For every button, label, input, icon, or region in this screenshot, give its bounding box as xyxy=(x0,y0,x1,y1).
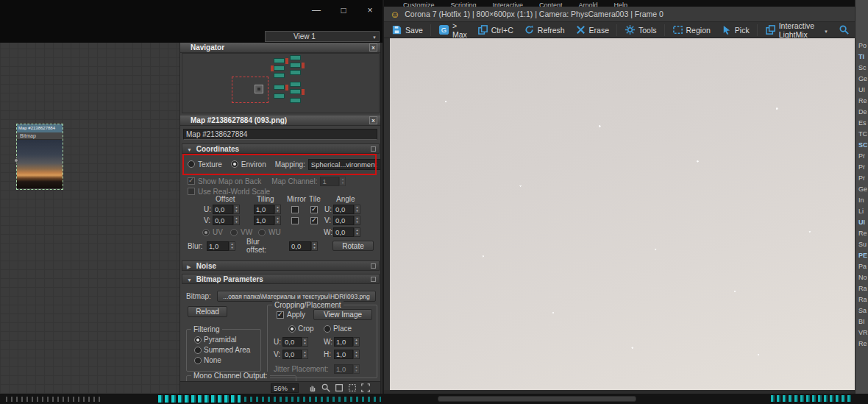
rollout-label[interactable]: In xyxy=(858,195,868,206)
v-mirror-checkbox[interactable] xyxy=(291,217,299,224)
rollout-label[interactable]: Pr xyxy=(858,151,868,162)
rollout-label[interactable]: Sa xyxy=(858,305,868,316)
navigator-minimap[interactable] xyxy=(182,53,380,113)
blur-spinner[interactable]: 1,0▲▼ xyxy=(207,241,235,251)
tools-button[interactable]: Tools xyxy=(620,23,661,38)
vw-radio[interactable] xyxy=(230,229,238,236)
spinner-arrows-icon[interactable]: ▲▼ xyxy=(233,216,240,225)
crop-h-spinner[interactable]: 1,0▲▼ xyxy=(334,350,360,359)
minimize-icon[interactable]: — xyxy=(307,3,326,18)
blur-offset-spinner[interactable]: 0,0▲▼ xyxy=(289,241,318,251)
rollout-label[interactable]: Re xyxy=(858,96,868,107)
refresh-button[interactable]: Refresh xyxy=(519,23,569,38)
jitter-placement-spinner[interactable]: 1,0▲▼ xyxy=(334,364,360,374)
map-name-input[interactable]: Map #2138627884 xyxy=(183,129,377,140)
crop-u-spinner[interactable]: 0,0▲▼ xyxy=(282,337,308,347)
erase-button[interactable]: Erase xyxy=(571,23,613,38)
send-to-max-button[interactable]: G > Max xyxy=(434,23,472,38)
interactive-lightmix-dropdown[interactable]: Interactive LightMix xyxy=(761,23,835,38)
zoom-level-dropdown[interactable]: 56% xyxy=(271,383,299,393)
bitmap-path-button[interactable]: ...овая папка\Материалы и текстуры\HDRI\… xyxy=(217,291,376,302)
angle-w-spinner[interactable]: 0,0▲▼ xyxy=(333,227,360,237)
menu-content[interactable]: Content xyxy=(539,0,563,7)
rollout-label[interactable]: No xyxy=(858,272,868,283)
none-radio[interactable] xyxy=(194,357,202,364)
noise-rollout-header[interactable]: ▶ Noise xyxy=(182,261,380,271)
spinner-arrows-icon[interactable]: ▲▼ xyxy=(233,205,240,214)
wu-radio[interactable] xyxy=(258,229,266,236)
v-tiling-spinner[interactable]: 1,0▲▼ xyxy=(254,216,281,225)
spinner-arrows-icon[interactable]: ▲▼ xyxy=(229,241,235,251)
pick-button[interactable]: Pick xyxy=(716,23,754,38)
u-tiling-spinner[interactable]: 1,0▲▼ xyxy=(254,205,281,214)
save-button[interactable]: Save xyxy=(387,23,427,38)
spinner-arrows-icon[interactable]: ▲▼ xyxy=(274,205,281,214)
use-real-world-scale-checkbox[interactable] xyxy=(188,188,195,195)
navigator-close-icon[interactable]: x xyxy=(369,43,377,52)
menu-interactive[interactable]: Interactive xyxy=(493,0,524,7)
spinner-arrows-icon[interactable]: ▲▼ xyxy=(311,241,318,251)
timeline-scrollbar[interactable] xyxy=(438,396,636,402)
spinner-arrows-icon[interactable]: ▲▼ xyxy=(354,216,360,225)
vfb-titlebar[interactable]: ☺ Corona 7 (Hotfix 1) | 800×600px (1:1) … xyxy=(384,7,855,22)
rollout-label[interactable]: Sc xyxy=(858,63,868,74)
menu-scripting[interactable]: Scripting xyxy=(451,0,477,7)
rollout-label[interactable]: SC xyxy=(858,140,868,151)
zoom-region-icon[interactable] xyxy=(347,383,357,393)
node-socket[interactable] xyxy=(14,158,18,163)
spinner-arrows-icon[interactable]: ▲▼ xyxy=(339,177,346,186)
spinner-arrows-icon[interactable]: ▲▼ xyxy=(353,364,360,374)
u-tile-checkbox[interactable] xyxy=(310,206,318,213)
rollout-label[interactable]: Po xyxy=(858,40,868,52)
rollout-label[interactable]: TI xyxy=(858,52,868,63)
spinner-arrows-icon[interactable]: ▲▼ xyxy=(354,205,360,214)
rollout-label[interactable]: Pr xyxy=(858,173,868,184)
show-map-on-back-checkbox[interactable] xyxy=(188,177,195,185)
spinner-arrows-icon[interactable]: ▲▼ xyxy=(354,227,360,237)
rollout-label[interactable]: TC xyxy=(858,129,868,140)
bitmap-node[interactable]: Map #2138627884 Bitmap xyxy=(16,124,63,190)
navigator-header[interactable]: Navigator x xyxy=(180,43,380,53)
rotate-button[interactable]: Rotate xyxy=(332,241,374,251)
rollout-label[interactable]: Su xyxy=(858,239,868,250)
copy-button[interactable]: Ctrl+C xyxy=(473,23,518,38)
u-offset-spinner[interactable]: 0,0▲▼ xyxy=(213,205,240,214)
rollout-label[interactable]: Ge xyxy=(858,184,868,195)
node-view-canvas[interactable]: Map #2138627884 Bitmap xyxy=(0,43,180,394)
angle-u-spinner[interactable]: 0,0▲▼ xyxy=(333,205,360,214)
view-selector-dropdown[interactable]: View 1 xyxy=(265,31,380,42)
rollout-label[interactable]: UI xyxy=(858,85,868,96)
rollout-label[interactable]: Pa xyxy=(858,261,868,272)
rollout-label[interactable]: BI xyxy=(858,316,868,327)
spinner-arrows-icon[interactable]: ▲▼ xyxy=(302,350,308,359)
rollout-label[interactable]: Ra xyxy=(858,294,868,305)
map-panel-close-icon[interactable]: x xyxy=(369,116,377,124)
v-tile-checkbox[interactable] xyxy=(310,217,318,224)
timeline-strip[interactable] xyxy=(0,394,868,404)
rollout-label[interactable]: VR xyxy=(858,327,868,339)
rollout-label[interactable]: Re xyxy=(858,228,868,239)
spinner-arrows-icon[interactable]: ▲▼ xyxy=(302,337,308,347)
rollout-label[interactable]: Ge xyxy=(858,74,868,85)
spinner-arrows-icon[interactable]: ▲▼ xyxy=(353,337,360,347)
spinner-arrows-icon[interactable]: ▲▼ xyxy=(353,350,360,359)
menu-help[interactable]: Help xyxy=(614,0,628,7)
rollout-label[interactable]: Li xyxy=(858,206,868,217)
angle-v-spinner[interactable]: 0,0▲▼ xyxy=(333,216,360,225)
rollout-label[interactable]: UI xyxy=(858,217,868,228)
map-channel-spinner[interactable]: 1 ▲▼ xyxy=(320,177,346,186)
coordinates-rollout-header[interactable]: ▼ Coordinates xyxy=(182,143,380,154)
close-icon[interactable]: × xyxy=(360,3,380,18)
render-image[interactable] xyxy=(390,38,856,390)
fullscreen-icon[interactable] xyxy=(360,383,371,393)
zoom-extents-icon[interactable] xyxy=(334,383,344,393)
view-image-button[interactable]: View Image xyxy=(313,309,372,320)
uv-radio[interactable] xyxy=(202,229,210,236)
apply-checkbox[interactable] xyxy=(277,311,284,319)
crop-radio[interactable] xyxy=(288,325,296,333)
region-button[interactable]: Region xyxy=(668,23,715,38)
rollout-label[interactable]: Re xyxy=(858,339,868,350)
spinner-arrows-icon[interactable]: ▲▼ xyxy=(274,216,281,225)
menu-customize[interactable]: Customize xyxy=(403,0,435,7)
map-panel-header[interactable]: Map #2138627884 (093.png) x xyxy=(180,116,380,126)
